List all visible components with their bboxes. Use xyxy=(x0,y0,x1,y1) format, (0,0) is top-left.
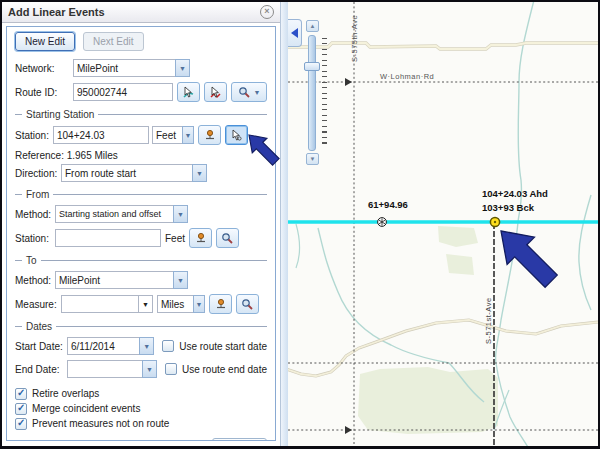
station-point-icon xyxy=(195,232,207,244)
station-unit-value: Feet xyxy=(152,126,182,144)
measure-value xyxy=(61,295,139,313)
direction-value: From route start xyxy=(61,164,192,182)
app-window: Add Linear Events × New Edit Next Edit N… xyxy=(0,0,600,449)
chevron-down-icon[interactable]: ▼ xyxy=(192,164,207,182)
network-value: MilePoint xyxy=(73,59,175,77)
back-station-label: 103+93 Bck xyxy=(482,202,535,213)
measure-locate-button[interactable] xyxy=(209,294,232,314)
measure-combo[interactable]: ▼ xyxy=(61,295,153,313)
stream xyxy=(296,224,300,268)
road-direction-arrow xyxy=(345,426,352,434)
chevron-down-icon[interactable]: ▼ xyxy=(139,295,153,313)
zoom-slider-handle[interactable] xyxy=(304,62,320,71)
road-direction-arrow xyxy=(345,78,352,86)
stream xyxy=(495,2,534,446)
end-date-combo[interactable]: ▼ xyxy=(67,360,157,378)
dates-legend: Dates xyxy=(15,321,267,332)
chevron-down-icon[interactable]: ▼ xyxy=(193,295,205,313)
from-method-label: Method: xyxy=(15,209,55,220)
magnifier-icon xyxy=(221,232,234,245)
close-icon[interactable]: × xyxy=(260,5,274,19)
use-route-start-date-checkbox[interactable] xyxy=(162,340,174,352)
measure-search-button[interactable] xyxy=(236,294,259,314)
merge-coincident-events-label: Merge coincident events xyxy=(32,403,140,414)
pick-station-on-map-button[interactable] xyxy=(225,125,248,145)
chevron-down-icon[interactable]: ▼ xyxy=(173,271,188,289)
use-route-end-date-checkbox[interactable] xyxy=(165,363,177,375)
next-button[interactable]: Next > xyxy=(212,438,267,441)
from-station-locate-button[interactable] xyxy=(189,228,212,248)
station-point-icon xyxy=(204,129,216,141)
to-method-combo[interactable]: MilePoint ▼ xyxy=(55,271,188,289)
start-date-label: Start Date: xyxy=(15,341,67,352)
panel-map-splitter[interactable] xyxy=(280,2,288,446)
measure-unit-combo[interactable]: Miles ▼ xyxy=(157,295,205,313)
map-canvas[interactable]: W·Lohman·Rd S-575th-Ave S-571st-Ave 61+9… xyxy=(288,2,598,446)
ref-station-label: 61+94.96 xyxy=(368,199,408,210)
chevron-down-icon[interactable]: ▼ xyxy=(139,337,154,355)
road-label-vertical-left: S-575th-Ave xyxy=(350,15,359,62)
from-method-combo[interactable]: Starting station and offset ▼ xyxy=(55,205,188,223)
collapse-panel-tab[interactable] xyxy=(288,19,302,47)
from-station-search-button[interactable] xyxy=(216,228,239,248)
start-date-combo[interactable]: 6/11/2014 ▼ xyxy=(67,337,154,355)
cursor-clear-icon xyxy=(209,86,222,99)
to-method-label: Method: xyxy=(15,275,55,286)
retire-overlaps-checkbox[interactable] xyxy=(15,388,27,400)
chevron-down-icon[interactable]: ▼ xyxy=(142,360,157,378)
end-date-value xyxy=(67,360,142,378)
from-method-value: Starting station and offset xyxy=(55,205,173,223)
minor-road xyxy=(288,43,598,49)
zoom-slider[interactable]: ▲ ▼ xyxy=(302,20,332,165)
selected-station-marker xyxy=(490,217,499,226)
to-method-value: MilePoint xyxy=(55,271,173,289)
starting-station-legend: Starting Station xyxy=(15,109,267,120)
road-label-horizontal: W·Lohman·Rd xyxy=(380,72,434,81)
from-legend: From xyxy=(15,189,267,200)
map-viewport[interactable]: W·Lohman·Rd S-575th-Ave S-571st-Ave 61+9… xyxy=(288,2,598,446)
cursor-station-icon xyxy=(230,129,243,142)
start-date-value: 6/11/2014 xyxy=(67,337,139,355)
reference-text: Reference: 1.965 Miles xyxy=(15,150,118,161)
station-point-icon xyxy=(215,298,227,310)
direction-label: Direction: xyxy=(15,168,61,179)
zoom-out-button[interactable]: ▼ xyxy=(306,153,319,165)
from-unit-label: Feet xyxy=(165,233,185,244)
to-legend: To xyxy=(15,255,267,266)
vegetation-patch xyxy=(446,254,474,275)
chevron-down-icon[interactable]: ▼ xyxy=(175,59,190,77)
ahead-station-label: 104+24.03 Ahd xyxy=(482,188,548,199)
chevron-down-icon[interactable]: ▼ xyxy=(173,205,188,223)
panel-header: Add Linear Events × xyxy=(2,2,280,23)
network-combo[interactable]: MilePoint ▼ xyxy=(73,59,190,77)
route-search-split-button[interactable]: ▼ xyxy=(231,82,267,102)
station-unit-combo[interactable]: Feet ▼ xyxy=(152,126,194,144)
merge-coincident-events-checkbox[interactable] xyxy=(15,403,27,415)
panel-title: Add Linear Events xyxy=(8,6,105,18)
vegetation-patch xyxy=(358,367,498,434)
from-station-input[interactable] xyxy=(55,229,161,247)
chevron-down-icon[interactable]: ▼ xyxy=(182,126,194,144)
select-route-on-map-button[interactable] xyxy=(177,82,200,102)
chevron-left-icon xyxy=(291,28,298,38)
zoom-in-button[interactable]: ▲ xyxy=(306,20,319,32)
zoom-slider-track[interactable] xyxy=(308,35,316,151)
stream xyxy=(579,195,591,310)
vegetation-patch xyxy=(438,226,478,247)
starting-station-input[interactable] xyxy=(53,126,149,144)
panel-body: New Edit Next Edit Network: MilePoint ▼ … xyxy=(6,26,276,441)
prevent-measures-checkbox[interactable] xyxy=(15,418,27,430)
route-id-input[interactable] xyxy=(73,83,173,101)
direction-combo[interactable]: From route start ▼ xyxy=(61,164,207,182)
use-route-start-date-label: Use route start date xyxy=(179,341,267,352)
next-edit-button[interactable]: Next Edit xyxy=(83,32,144,51)
station-locate-button[interactable] xyxy=(198,125,221,145)
clear-route-selection-button[interactable] xyxy=(204,82,227,102)
retire-overlaps-label: Retire overlaps xyxy=(32,388,99,399)
network-label: Network: xyxy=(15,63,73,74)
cursor-route-icon xyxy=(182,86,195,99)
route-id-label: Route ID: xyxy=(15,87,73,98)
reference-station-marker xyxy=(378,218,387,227)
new-edit-button[interactable]: New Edit xyxy=(15,32,75,51)
end-date-label: End Date: xyxy=(15,364,67,375)
